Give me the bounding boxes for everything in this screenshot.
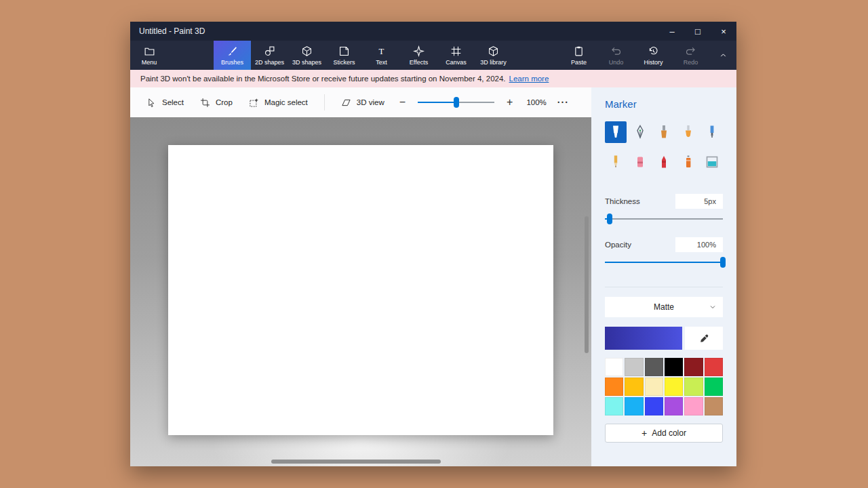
- tool-3d-shapes[interactable]: 3D shapes: [288, 41, 326, 70]
- opacity-input[interactable]: [675, 237, 723, 252]
- tool-history[interactable]: History: [635, 41, 672, 70]
- tool-label: History: [644, 59, 663, 66]
- crop-icon: [200, 98, 210, 108]
- notice-text: Paint 3D won't be available in the Micro…: [140, 75, 506, 83]
- maximize-button[interactable]: □: [685, 22, 711, 41]
- color-swatch[interactable]: [625, 397, 643, 415]
- opacity-slider-track: [605, 262, 723, 263]
- zoom-slider-fill: [418, 102, 456, 103]
- opacity-slider-fill: [605, 262, 723, 263]
- brush-pixel-pen[interactable]: [701, 121, 723, 143]
- folder-icon: [144, 45, 155, 57]
- library-icon: [488, 45, 499, 57]
- magic-select-button[interactable]: Magic select: [241, 90, 316, 115]
- brush-spray-can[interactable]: [677, 151, 699, 173]
- finish-dropdown[interactable]: Matte: [605, 297, 723, 317]
- color-swatch[interactable]: [705, 397, 723, 415]
- color-swatch[interactable]: [625, 378, 643, 396]
- thickness-label: Thickness: [605, 197, 640, 205]
- brush-icon: [226, 45, 238, 57]
- thickness-row: Thickness: [605, 193, 723, 209]
- tool-label: Redo: [684, 59, 698, 66]
- current-color-swatch[interactable]: [605, 327, 682, 350]
- brush-fill[interactable]: [701, 151, 723, 173]
- tool-text[interactable]: TText: [363, 41, 400, 70]
- thickness-slider-thumb[interactable]: [607, 214, 612, 224]
- thickness-input[interactable]: [675, 194, 723, 209]
- menu-label: Menu: [142, 59, 157, 66]
- toolbar-tools: Brushes2D shapes3D shapesStickersTTextEf…: [214, 41, 512, 70]
- brush-crayon[interactable]: [653, 151, 675, 173]
- tool-canvas[interactable]: Canvas: [437, 41, 475, 70]
- tool-3d-library[interactable]: 3D library: [475, 41, 512, 70]
- close-button[interactable]: ×: [711, 22, 736, 41]
- zoom-in-button[interactable]: +: [500, 96, 519, 108]
- collapse-ribbon-button[interactable]: [709, 41, 736, 70]
- more-options-button[interactable]: ···: [557, 97, 569, 108]
- brush-eraser[interactable]: [629, 151, 651, 173]
- zoom-slider-thumb[interactable]: [454, 97, 459, 108]
- learn-more-link[interactable]: Learn more: [509, 75, 549, 83]
- tool-label: 3D library: [480, 59, 507, 66]
- tool-undo[interactable]: Undo: [597, 41, 635, 70]
- select-button[interactable]: Select: [138, 90, 192, 115]
- zoom-out-button[interactable]: −: [393, 96, 412, 108]
- brush-marker[interactable]: [605, 121, 627, 143]
- tool-stickers[interactable]: Stickers: [326, 41, 363, 70]
- tool-2d-shapes[interactable]: 2D shapes: [251, 41, 288, 70]
- tool-effects[interactable]: Effects: [400, 41, 437, 70]
- add-color-button[interactable]: + Add color: [605, 424, 723, 443]
- minimize-button[interactable]: –: [659, 22, 685, 41]
- drawing-canvas[interactable]: [168, 145, 553, 435]
- tool-paste[interactable]: Paste: [560, 41, 597, 70]
- color-swatch[interactable]: [684, 397, 703, 415]
- menu-button[interactable]: Menu: [130, 41, 168, 70]
- titlebar: Untitled - Paint 3D –□×: [130, 22, 736, 41]
- vertical-scrollbar[interactable]: [585, 216, 589, 353]
- color-swatch[interactable]: [605, 397, 623, 415]
- color-swatch[interactable]: [665, 397, 683, 415]
- color-swatch[interactable]: [705, 358, 723, 376]
- brush-pencil[interactable]: [605, 151, 627, 173]
- zoom-slider[interactable]: [418, 97, 494, 108]
- panel-title: Marker: [605, 98, 723, 110]
- tool-redo[interactable]: Redo: [672, 41, 709, 70]
- color-swatch[interactable]: [645, 397, 663, 415]
- color-swatch[interactable]: [684, 378, 703, 396]
- opacity-label: Opacity: [605, 241, 631, 249]
- crop-button[interactable]: Crop: [192, 90, 241, 115]
- tool-label: Effects: [410, 59, 428, 66]
- paste-icon: [573, 45, 585, 57]
- color-swatch[interactable]: [665, 378, 683, 396]
- 3d-view-icon: [341, 98, 351, 108]
- toolbar-actions: PasteUndoHistoryRedo: [560, 41, 709, 70]
- crop-label: Crop: [216, 98, 233, 106]
- color-swatch[interactable]: [605, 358, 623, 376]
- color-swatch[interactable]: [705, 378, 723, 396]
- opacity-slider-thumb[interactable]: [720, 257, 726, 268]
- brush-calligraphy-pen[interactable]: [629, 121, 651, 143]
- tool-label: Paste: [571, 59, 587, 66]
- brush-watercolor[interactable]: [677, 121, 699, 143]
- color-swatch[interactable]: [645, 378, 663, 396]
- horizontal-scrollbar[interactable]: [271, 460, 441, 464]
- thickness-slider[interactable]: [605, 214, 723, 224]
- brush-oil-brush[interactable]: [653, 121, 675, 143]
- 3d-view-button[interactable]: 3D view: [333, 90, 393, 115]
- add-color-label: Add color: [652, 428, 686, 438]
- color-swatch[interactable]: [645, 358, 663, 376]
- tool-brushes[interactable]: Brushes: [214, 41, 251, 70]
- color-swatch[interactable]: [625, 358, 643, 376]
- tool-label: 3D shapes: [292, 59, 321, 66]
- text-icon: T: [376, 45, 387, 57]
- eyedropper-button[interactable]: [685, 327, 723, 350]
- paint3d-window: Untitled - Paint 3D –□× Menu Brushes2D s…: [130, 22, 736, 466]
- color-swatch[interactable]: [684, 358, 703, 376]
- brush-grid: [605, 121, 723, 173]
- svg-text:T: T: [379, 46, 384, 56]
- color-swatch[interactable]: [665, 358, 683, 376]
- sparkle-icon: [413, 45, 425, 57]
- opacity-slider[interactable]: [605, 257, 723, 268]
- color-swatch[interactable]: [605, 378, 623, 396]
- color-palette: [605, 358, 723, 415]
